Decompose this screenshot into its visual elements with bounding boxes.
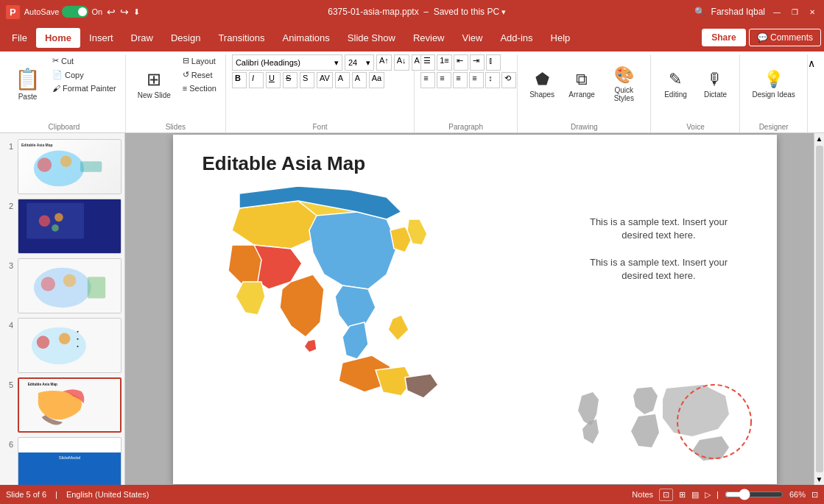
text-direction-button[interactable]: ⟲ bbox=[501, 72, 516, 88]
menu-file[interactable]: File bbox=[3, 28, 36, 48]
slide-image-5[interactable]: Editable Asia Map bbox=[18, 377, 122, 433]
slide-image-2[interactable] bbox=[18, 199, 122, 254]
app-logo: P bbox=[6, 5, 20, 19]
font-name-dropdown[interactable]: Calibri (Headings) ▾ bbox=[232, 54, 342, 71]
format-painter-button[interactable]: 🖌 Format Painter bbox=[49, 82, 119, 94]
menu-view[interactable]: View bbox=[454, 28, 492, 48]
slide-thumb-6[interactable]: 6 SlideModel bbox=[3, 437, 122, 485]
dictate-button[interactable]: 🎙 Dictate bbox=[697, 54, 733, 113]
slide-title[interactable]: Editable Asia Map bbox=[203, 152, 366, 175]
slideshow-button[interactable]: ▷ bbox=[705, 490, 711, 500]
vertical-scrollbar[interactable]: ▲ ▼ bbox=[814, 133, 824, 485]
font-size-label[interactable]: Aa bbox=[369, 72, 384, 88]
font-size-increase[interactable]: A↑ bbox=[376, 54, 392, 71]
strikethrough-button[interactable]: S bbox=[283, 72, 297, 88]
align-left-button[interactable]: ≡ bbox=[420, 72, 435, 88]
increase-indent-button[interactable]: ⇥ bbox=[470, 54, 485, 71]
menu-addins[interactable]: Add-ins bbox=[491, 28, 541, 48]
share-button[interactable]: Share bbox=[702, 29, 745, 46]
autosave-toggle[interactable] bbox=[62, 6, 88, 18]
ribbon-group-font: Calibri (Headings) ▾ 24 ▾ A↑ A↓ A B I bbox=[226, 54, 415, 132]
fit-button[interactable]: ⊡ bbox=[811, 490, 818, 500]
svg-text:Editable Asia Map: Editable Asia Map bbox=[28, 383, 57, 386]
slides-small-buttons: ⊟ Layout ↺ Reset ≡ Section bbox=[180, 54, 219, 94]
menu-help[interactable]: Help bbox=[542, 28, 580, 48]
arrange-button[interactable]: ⧉ Arrange bbox=[563, 54, 600, 113]
italic-button[interactable]: I bbox=[249, 72, 264, 88]
slide-thumb-5[interactable]: 5 Editable Asia Map bbox=[3, 377, 122, 433]
columns-button[interactable]: ⫿ bbox=[486, 54, 501, 71]
reading-view-button[interactable]: ▤ bbox=[691, 490, 699, 500]
copy-button[interactable]: 📄 Copy bbox=[49, 68, 119, 81]
comments-button[interactable]: 💬 Comments bbox=[749, 29, 821, 46]
slide-thumb-4[interactable]: 4 ● ● ● bbox=[3, 318, 122, 373]
zoom-slider[interactable] bbox=[725, 489, 783, 500]
slide-image-6[interactable]: SlideModel bbox=[18, 437, 122, 485]
ribbon-content: 📋 Paste ✂ Cut 📄 Copy 🖌 Format Painter Cl… bbox=[0, 52, 824, 132]
text-box-2[interactable]: This is a sample text. Insert your desir… bbox=[578, 256, 740, 283]
paste-button[interactable]: 📋 Paste bbox=[9, 54, 46, 113]
slide-2-preview bbox=[18, 199, 121, 253]
text-box-1[interactable]: This is a sample text. Insert your desir… bbox=[578, 216, 740, 242]
normal-view-button[interactable]: ⊡ bbox=[659, 489, 673, 501]
search-icon[interactable]: 🔍 bbox=[694, 7, 705, 17]
minimize-button[interactable]: — bbox=[771, 6, 783, 18]
line-spacing-button[interactable]: ↕ bbox=[485, 72, 500, 88]
undo-icon[interactable]: ↩ bbox=[107, 6, 116, 18]
collapse-icon[interactable]: ∧ bbox=[808, 57, 815, 69]
clipboard-content: 📋 Paste ✂ Cut 📄 Copy 🖌 Format Painter bbox=[9, 54, 119, 121]
scroll-down[interactable]: ▼ bbox=[814, 474, 824, 485]
menu-animations[interactable]: Animations bbox=[274, 28, 339, 48]
close-button[interactable]: ✕ bbox=[806, 6, 818, 18]
svg-point-10 bbox=[63, 274, 77, 287]
paragraph-label: Paragraph bbox=[420, 121, 511, 132]
design-ideas-button[interactable]: 💡 Design Ideas bbox=[746, 54, 800, 113]
save-status: Saved to this PC bbox=[434, 7, 499, 17]
menu-slideshow[interactable]: Slide Show bbox=[339, 28, 404, 48]
menu-insert[interactable]: Insert bbox=[80, 28, 122, 48]
font-color-button[interactable]: A bbox=[335, 72, 350, 88]
quick-styles-button[interactable]: 🎨 Quick Styles bbox=[603, 54, 644, 113]
bullets-button[interactable]: ☰ bbox=[420, 54, 435, 71]
slide-image-4[interactable]: ● ● ● bbox=[18, 318, 122, 373]
menu-draw[interactable]: Draw bbox=[122, 28, 162, 48]
design-ideas-icon: 💡 bbox=[764, 70, 783, 89]
decrease-indent-button[interactable]: ⇤ bbox=[454, 54, 468, 71]
numbering-button[interactable]: 1≡ bbox=[437, 54, 452, 71]
slide-image-3[interactable] bbox=[18, 258, 122, 313]
bold-button[interactable]: B bbox=[232, 72, 247, 88]
font-size-decrease[interactable]: A↓ bbox=[394, 54, 409, 71]
menu-review[interactable]: Review bbox=[404, 28, 454, 48]
layout-button[interactable]: ⊟ Layout bbox=[180, 54, 219, 67]
slide-sorter-button[interactable]: ⊞ bbox=[679, 490, 686, 500]
shadow-button[interactable]: S bbox=[300, 72, 314, 88]
restore-button[interactable]: ❐ bbox=[789, 6, 800, 18]
new-slide-button[interactable]: ⊞ New Slide bbox=[132, 54, 177, 113]
slide-image-1[interactable]: Editable Asia Map bbox=[18, 139, 122, 194]
quick-access-icon[interactable]: ⬇ bbox=[133, 7, 140, 17]
section-button[interactable]: ≡ Section bbox=[180, 82, 219, 94]
slide-thumb-1[interactable]: 1 Editable Asia Map bbox=[3, 139, 122, 194]
designer-label: Designer bbox=[746, 121, 800, 132]
reset-button[interactable]: ↺ Reset bbox=[180, 68, 219, 81]
slide-thumb-2[interactable]: 2 bbox=[3, 199, 122, 254]
text-highlight-button[interactable]: A bbox=[352, 72, 367, 88]
menu-transitions[interactable]: Transitions bbox=[209, 28, 273, 48]
menu-design[interactable]: Design bbox=[162, 28, 209, 48]
menu-home[interactable]: Home bbox=[36, 28, 80, 48]
ribbon-collapse[interactable]: ∧ bbox=[808, 54, 821, 132]
scroll-thumb[interactable] bbox=[816, 146, 823, 472]
justify-button[interactable]: ≡ bbox=[469, 72, 484, 88]
notes-button[interactable]: Notes bbox=[632, 490, 653, 499]
align-right-button[interactable]: ≡ bbox=[453, 72, 468, 88]
font-size-input[interactable]: 24 ▾ bbox=[345, 54, 374, 71]
editing-button[interactable]: ✎ Editing bbox=[657, 54, 694, 113]
slide-thumb-3[interactable]: 3 bbox=[3, 258, 122, 313]
cut-button[interactable]: ✂ Cut bbox=[49, 54, 119, 67]
underline-button[interactable]: U bbox=[266, 72, 281, 88]
align-center-button[interactable]: ≡ bbox=[437, 72, 451, 88]
scroll-up[interactable]: ▲ bbox=[814, 133, 824, 144]
char-spacing-button[interactable]: AV bbox=[317, 72, 333, 88]
redo-icon[interactable]: ↪ bbox=[120, 6, 129, 18]
shapes-button[interactable]: ⬟ Shapes bbox=[524, 54, 560, 113]
